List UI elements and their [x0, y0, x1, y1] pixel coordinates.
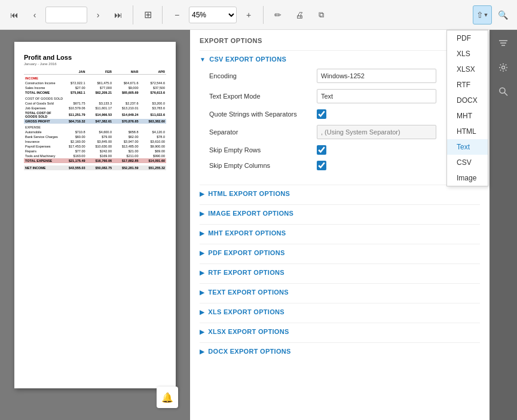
- xls-label: XLS EXPORT OPTIONS: [208, 308, 284, 315]
- xlsx-arrow-icon: ▶: [200, 329, 204, 335]
- xls-section: ▶ XLS EXPORT OPTIONS: [200, 303, 480, 319]
- csv-arrow-icon: ▼: [200, 56, 206, 63]
- csv-toggle[interactable]: ▼ CSV EXPORT OPTIONS: [200, 51, 480, 66]
- nav-controls: ⏮ ‹ 1 of 1 › ⏭: [5, 5, 133, 24]
- docx-label: DOCX EXPORT OPTIONS: [208, 348, 290, 355]
- toolbar-right: ⇧ ▼ 🔍: [473, 5, 512, 24]
- xlsx-section: ▶ XLSX EXPORT OPTIONS: [200, 323, 480, 339]
- pdf-section: ▶ PDF EXPORT OPTIONS: [200, 244, 480, 260]
- dropdown-item-docx[interactable]: DOCX: [447, 93, 488, 108]
- docx-toggle[interactable]: ▶ DOCX EXPORT OPTIONS: [200, 343, 480, 358]
- text-export-mode-label: Text Export Mode: [209, 93, 317, 100]
- html-toggle[interactable]: ▶ HTML EXPORT OPTIONS: [200, 185, 480, 201]
- pdf-page: Profit and Loss January - June 2016 JAN …: [14, 42, 176, 388]
- encoding-input[interactable]: [317, 69, 436, 83]
- dropdown-item-image[interactable]: Image: [447, 170, 488, 186]
- text-export-mode-input[interactable]: [317, 89, 436, 103]
- separator-1: [162, 6, 163, 24]
- skip-empty-rows-row: Skip Empty Rows: [209, 145, 480, 155]
- quote-strings-checkbox[interactable]: [317, 109, 326, 119]
- csv-label: CSV EXPORT OPTIONS: [209, 56, 286, 63]
- pdf-label: PDF EXPORT OPTIONS: [208, 249, 284, 256]
- xlsx-label: XLSX EXPORT OPTIONS: [208, 328, 289, 335]
- skip-empty-rows-checkbox[interactable]: [317, 145, 326, 155]
- text-label: TEXT EXPORT OPTIONS: [208, 289, 289, 296]
- xlsx-toggle[interactable]: ▶ XLSX EXPORT OPTIONS: [200, 323, 480, 339]
- zoom-select[interactable]: 45% 50% 75% 100%: [189, 7, 237, 23]
- skip-empty-cols-label: Skip Empty Columns: [209, 162, 317, 169]
- html-arrow-icon: ▶: [200, 191, 204, 197]
- search-button[interactable]: 🔍: [493, 5, 512, 24]
- dropdown-item-html[interactable]: HTML: [447, 124, 488, 139]
- export-button[interactable]: ⇧ ▼: [473, 5, 492, 24]
- dropdown-item-pdf[interactable]: PDF: [447, 30, 488, 46]
- dropdown-item-csv[interactable]: CSV: [447, 155, 488, 170]
- last-page-button[interactable]: ⏭: [109, 5, 128, 24]
- svg-line-5: [504, 93, 507, 96]
- export-options-title: EXPORT OPTIONS: [200, 37, 480, 44]
- rtf-arrow-icon: ▶: [200, 269, 204, 276]
- edit-button[interactable]: ✏: [268, 5, 287, 24]
- docx-section: ▶ DOCX EXPORT OPTIONS: [200, 342, 480, 358]
- pdf-arrow-icon: ▶: [200, 250, 204, 256]
- page-input[interactable]: 1 of 1: [45, 7, 87, 23]
- pdf-subtitle: January - June 2016: [24, 62, 166, 66]
- docx-arrow-icon: ▶: [200, 348, 204, 355]
- multi-page-button[interactable]: ⧉: [311, 5, 331, 24]
- rtf-section: ▶ RTF EXPORT OPTIONS: [200, 263, 480, 280]
- filter-button[interactable]: [492, 32, 515, 55]
- first-page-button[interactable]: ⏮: [5, 5, 24, 24]
- encoding-label: Encoding: [209, 72, 317, 79]
- gear-icon: [498, 62, 509, 73]
- skip-empty-cols-checkbox[interactable]: [317, 161, 326, 170]
- html-section: ▶ HTML EXPORT OPTIONS: [200, 185, 480, 201]
- right-sidebar: [490, 30, 517, 420]
- dropdown-item-xlsx[interactable]: XLSX: [447, 62, 488, 77]
- pdf-panel: Profit and Loss January - June 2016 JAN …: [0, 30, 190, 420]
- pdf-table: JAN FEB MAR APR INCOME Construction Inco…: [24, 69, 166, 170]
- skip-empty-rows-label: Skip Empty Rows: [209, 146, 317, 154]
- text-export-mode-row: Text Export Mode: [209, 89, 480, 103]
- mht-label: MHT EXPORT OPTIONS: [208, 229, 286, 237]
- separator-row: Separator: [209, 125, 480, 139]
- zoom-in-button[interactable]: +: [239, 5, 258, 24]
- skip-empty-cols-row: Skip Empty Columns: [209, 161, 480, 170]
- image-section: ▶ IMAGE EXPORT OPTIONS: [200, 204, 480, 220]
- search-side-button[interactable]: [492, 80, 515, 103]
- svg-point-4: [500, 88, 505, 93]
- dropdown-item-xls[interactable]: XLS: [447, 46, 488, 62]
- filter-icon: [498, 38, 509, 49]
- csv-content: Encoding Text Export Mode Quote Strings …: [200, 66, 480, 181]
- export-dropdown: PDF XLS XLSX RTF DOCX MHT HTML Text CSV …: [446, 30, 488, 186]
- main-area: Profit and Loss January - June 2016 JAN …: [0, 30, 517, 420]
- zoom-out-button[interactable]: −: [167, 5, 186, 24]
- next-page-button[interactable]: ›: [88, 5, 108, 24]
- pdf-title: Profit and Loss: [24, 54, 166, 61]
- quote-strings-row: Quote Strings with Separators: [209, 109, 480, 119]
- xls-arrow-icon: ▶: [200, 309, 204, 315]
- html-label: HTML EXPORT OPTIONS: [208, 190, 290, 197]
- image-label: IMAGE EXPORT OPTIONS: [208, 210, 293, 217]
- settings-button[interactable]: [492, 56, 515, 79]
- text-toggle[interactable]: ▶ TEXT EXPORT OPTIONS: [200, 284, 480, 299]
- rtf-toggle[interactable]: ▶ RTF EXPORT OPTIONS: [200, 264, 480, 280]
- image-toggle[interactable]: ▶ IMAGE EXPORT OPTIONS: [200, 205, 480, 220]
- mht-section: ▶ MHT EXPORT OPTIONS: [200, 224, 480, 240]
- main-toolbar: ⏮ ‹ 1 of 1 › ⏭ ⊞ − 45% 50% 75% 100% + ✏ …: [0, 0, 517, 30]
- dropdown-item-rtf[interactable]: RTF: [447, 77, 488, 93]
- print-button[interactable]: 🖨: [290, 5, 309, 24]
- search-side-icon: [498, 86, 509, 97]
- rtf-label: RTF EXPORT OPTIONS: [208, 269, 284, 276]
- separator-input[interactable]: [317, 125, 436, 139]
- mht-toggle[interactable]: ▶ MHT EXPORT OPTIONS: [200, 225, 480, 240]
- prev-page-button[interactable]: ‹: [25, 5, 44, 24]
- xls-toggle[interactable]: ▶ XLS EXPORT OPTIONS: [200, 303, 480, 319]
- image-arrow-icon: ▶: [200, 210, 204, 217]
- bell-button[interactable]: 🔔: [157, 387, 178, 408]
- view-toggle-button[interactable]: ⊞: [138, 5, 157, 24]
- text-section: ▶ TEXT EXPORT OPTIONS: [200, 283, 480, 299]
- text-arrow-icon: ▶: [200, 289, 204, 296]
- pdf-toggle[interactable]: ▶ PDF EXPORT OPTIONS: [200, 244, 480, 260]
- dropdown-item-text[interactable]: Text: [447, 139, 488, 155]
- dropdown-item-mht[interactable]: MHT: [447, 108, 488, 124]
